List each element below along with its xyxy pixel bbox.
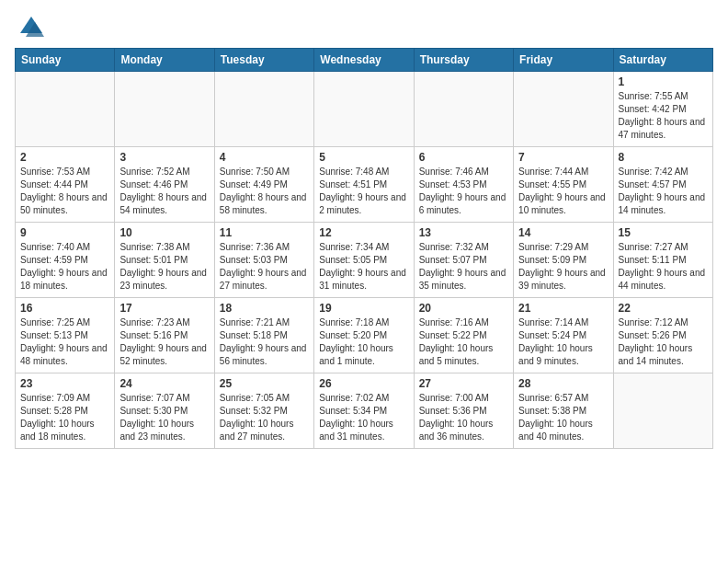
calendar-cell: 23Sunrise: 7:09 AM Sunset: 5:28 PM Dayli…: [16, 373, 115, 449]
week-row-5: 23Sunrise: 7:09 AM Sunset: 5:28 PM Dayli…: [16, 373, 713, 449]
calendar-cell: 27Sunrise: 7:00 AM Sunset: 5:36 PM Dayli…: [414, 373, 513, 449]
day-number: 18: [220, 302, 309, 315]
calendar-cell: 20Sunrise: 7:16 AM Sunset: 5:22 PM Dayli…: [414, 298, 513, 373]
col-header-wednesday: Wednesday: [314, 49, 414, 72]
calendar-cell: [214, 72, 313, 147]
calendar-cell: 28Sunrise: 6:57 AM Sunset: 5:38 PM Dayli…: [514, 373, 613, 449]
day-number: 9: [20, 226, 109, 239]
day-info: Sunrise: 7:50 AM Sunset: 4:49 PM Dayligh…: [220, 166, 309, 217]
day-info: Sunrise: 7:02 AM Sunset: 5:34 PM Dayligh…: [319, 392, 408, 443]
day-number: 17: [119, 302, 209, 315]
day-info: Sunrise: 7:23 AM Sunset: 5:16 PM Dayligh…: [119, 316, 209, 368]
calendar-cell: 4Sunrise: 7:50 AM Sunset: 4:49 PM Daylig…: [214, 147, 313, 223]
day-number: 21: [518, 302, 608, 315]
day-number: 15: [619, 226, 708, 239]
day-info: Sunrise: 7:42 AM Sunset: 4:57 PM Dayligh…: [619, 166, 708, 217]
day-number: 16: [20, 302, 109, 315]
calendar-header-row: SundayMondayTuesdayWednesdayThursdayFrid…: [16, 49, 713, 72]
calendar-cell: 2Sunrise: 7:53 AM Sunset: 4:44 PM Daylig…: [16, 147, 115, 223]
col-header-monday: Monday: [115, 49, 214, 72]
calendar-cell: 9Sunrise: 7:40 AM Sunset: 4:59 PM Daylig…: [16, 223, 115, 298]
day-number: 8: [619, 151, 708, 164]
day-number: 20: [419, 302, 508, 315]
day-info: Sunrise: 7:36 AM Sunset: 5:03 PM Dayligh…: [220, 241, 309, 293]
day-number: 11: [220, 226, 309, 239]
calendar-cell: 25Sunrise: 7:05 AM Sunset: 5:32 PM Dayli…: [214, 373, 313, 449]
day-info: Sunrise: 7:32 AM Sunset: 5:07 PM Dayligh…: [419, 241, 508, 293]
day-number: 1: [619, 75, 708, 88]
calendar-cell: 8Sunrise: 7:42 AM Sunset: 4:57 PM Daylig…: [613, 147, 712, 223]
day-info: Sunrise: 7:21 AM Sunset: 5:18 PM Dayligh…: [220, 316, 309, 368]
day-number: 12: [319, 226, 408, 239]
col-header-sunday: Sunday: [16, 49, 115, 72]
day-info: Sunrise: 7:25 AM Sunset: 5:13 PM Dayligh…: [20, 316, 109, 368]
day-number: 4: [220, 151, 309, 164]
day-number: 3: [119, 151, 209, 164]
day-number: 19: [319, 302, 408, 315]
week-row-4: 16Sunrise: 7:25 AM Sunset: 5:13 PM Dayli…: [16, 298, 713, 373]
day-number: 25: [220, 377, 309, 390]
calendar-cell: 17Sunrise: 7:23 AM Sunset: 5:16 PM Dayli…: [115, 298, 214, 373]
day-info: Sunrise: 7:55 AM Sunset: 4:42 PM Dayligh…: [619, 90, 708, 142]
day-number: 10: [119, 226, 209, 239]
day-number: 23: [20, 377, 109, 390]
day-info: Sunrise: 7:46 AM Sunset: 4:53 PM Dayligh…: [419, 166, 508, 217]
day-info: Sunrise: 7:12 AM Sunset: 5:26 PM Dayligh…: [619, 316, 708, 368]
day-info: Sunrise: 7:18 AM Sunset: 5:20 PM Dayligh…: [319, 316, 408, 368]
col-header-thursday: Thursday: [414, 49, 513, 72]
day-number: 22: [619, 302, 708, 315]
calendar-cell: 5Sunrise: 7:48 AM Sunset: 4:51 PM Daylig…: [314, 147, 414, 223]
calendar-cell: 6Sunrise: 7:46 AM Sunset: 4:53 PM Daylig…: [414, 147, 513, 223]
calendar-cell: 18Sunrise: 7:21 AM Sunset: 5:18 PM Dayli…: [214, 298, 313, 373]
calendar-cell: 11Sunrise: 7:36 AM Sunset: 5:03 PM Dayli…: [214, 223, 313, 298]
day-info: Sunrise: 7:00 AM Sunset: 5:36 PM Dayligh…: [419, 392, 508, 443]
calendar-table: SundayMondayTuesdayWednesdayThursdayFrid…: [15, 48, 713, 449]
day-info: Sunrise: 7:05 AM Sunset: 5:32 PM Dayligh…: [220, 392, 309, 443]
calendar-cell: 19Sunrise: 7:18 AM Sunset: 5:20 PM Dayli…: [314, 298, 414, 373]
day-info: Sunrise: 7:07 AM Sunset: 5:30 PM Dayligh…: [119, 392, 209, 443]
day-number: 6: [419, 151, 508, 164]
calendar-cell: [115, 72, 214, 147]
logo-icon: [18, 15, 44, 40]
day-info: Sunrise: 6:57 AM Sunset: 5:38 PM Dayligh…: [518, 392, 608, 443]
day-info: Sunrise: 7:14 AM Sunset: 5:24 PM Dayligh…: [518, 316, 608, 368]
day-number: 5: [319, 151, 408, 164]
day-info: Sunrise: 7:29 AM Sunset: 5:09 PM Dayligh…: [518, 241, 608, 293]
calendar-cell: 3Sunrise: 7:52 AM Sunset: 4:46 PM Daylig…: [115, 147, 214, 223]
calendar-cell: 26Sunrise: 7:02 AM Sunset: 5:34 PM Dayli…: [314, 373, 414, 449]
day-number: 14: [518, 226, 608, 239]
day-number: 24: [119, 377, 209, 390]
week-row-3: 9Sunrise: 7:40 AM Sunset: 4:59 PM Daylig…: [16, 223, 713, 298]
col-header-friday: Friday: [514, 49, 613, 72]
day-number: 27: [419, 377, 508, 390]
col-header-saturday: Saturday: [613, 49, 712, 72]
calendar-cell: 12Sunrise: 7:34 AM Sunset: 5:05 PM Dayli…: [314, 223, 414, 298]
day-info: Sunrise: 7:27 AM Sunset: 5:11 PM Dayligh…: [619, 241, 708, 293]
calendar-cell: 16Sunrise: 7:25 AM Sunset: 5:13 PM Dayli…: [16, 298, 115, 373]
calendar-cell: [514, 72, 613, 147]
calendar-cell: 1Sunrise: 7:55 AM Sunset: 4:42 PM Daylig…: [613, 72, 712, 147]
calendar-cell: 21Sunrise: 7:14 AM Sunset: 5:24 PM Dayli…: [514, 298, 613, 373]
day-info: Sunrise: 7:44 AM Sunset: 4:55 PM Dayligh…: [518, 166, 608, 217]
calendar-cell: 7Sunrise: 7:44 AM Sunset: 4:55 PM Daylig…: [514, 147, 613, 223]
calendar-cell: 13Sunrise: 7:32 AM Sunset: 5:07 PM Dayli…: [414, 223, 513, 298]
week-row-1: 1Sunrise: 7:55 AM Sunset: 4:42 PM Daylig…: [16, 72, 713, 147]
logo: [15, 15, 44, 40]
calendar-cell: [613, 373, 712, 449]
day-number: 2: [20, 151, 109, 164]
calendar-cell: 14Sunrise: 7:29 AM Sunset: 5:09 PM Dayli…: [514, 223, 613, 298]
calendar-cell: 22Sunrise: 7:12 AM Sunset: 5:26 PM Dayli…: [613, 298, 712, 373]
page-header: [15, 15, 713, 40]
calendar-cell: 24Sunrise: 7:07 AM Sunset: 5:30 PM Dayli…: [115, 373, 214, 449]
day-info: Sunrise: 7:16 AM Sunset: 5:22 PM Dayligh…: [419, 316, 508, 368]
col-header-tuesday: Tuesday: [214, 49, 313, 72]
day-info: Sunrise: 7:52 AM Sunset: 4:46 PM Dayligh…: [119, 166, 209, 217]
day-number: 13: [419, 226, 508, 239]
calendar-cell: [414, 72, 513, 147]
day-info: Sunrise: 7:48 AM Sunset: 4:51 PM Dayligh…: [319, 166, 408, 217]
calendar-cell: [314, 72, 414, 147]
day-info: Sunrise: 7:34 AM Sunset: 5:05 PM Dayligh…: [319, 241, 408, 293]
day-number: 26: [319, 377, 408, 390]
day-info: Sunrise: 7:40 AM Sunset: 4:59 PM Dayligh…: [20, 241, 109, 293]
day-info: Sunrise: 7:09 AM Sunset: 5:28 PM Dayligh…: [20, 392, 109, 443]
